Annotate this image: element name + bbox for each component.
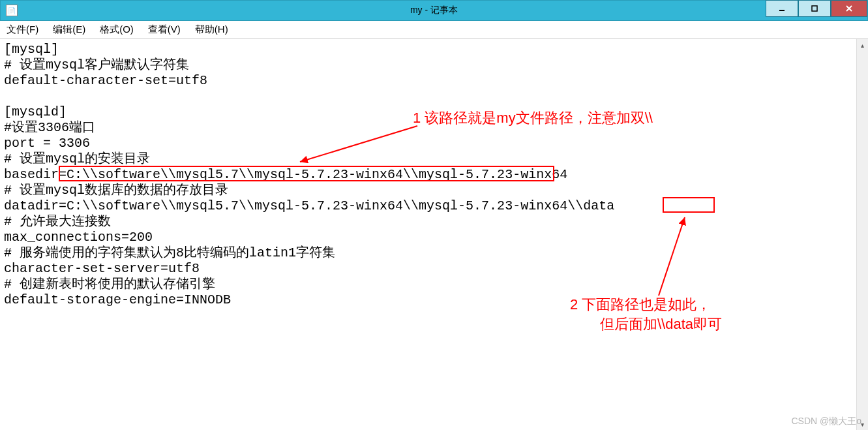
editor-wrapper: [mysql] # 设置mysql客户端默认字符集 default-charac… bbox=[0, 39, 868, 430]
text-line: # 设置mysql数据库的数据的存放目录 bbox=[4, 183, 228, 198]
menu-edit[interactable]: 编辑(E) bbox=[53, 23, 85, 36]
close-button[interactable] bbox=[831, 0, 867, 17]
text-line: port = 3306 bbox=[4, 136, 90, 151]
vertical-scrollbar[interactable]: ▴ ▾ bbox=[856, 39, 868, 430]
text-line: character-set-server=utf8 bbox=[4, 261, 200, 276]
editor-area[interactable]: [mysql] # 设置mysql客户端默认字符集 default-charac… bbox=[0, 39, 856, 430]
titlebar: 📄 my - 记事本 bbox=[0, 0, 868, 21]
text-line: max_connections=200 bbox=[4, 230, 153, 245]
minimize-button[interactable] bbox=[766, 0, 798, 17]
menubar: 文件(F) 编辑(E) 格式(O) 查看(V) 帮助(H) bbox=[0, 21, 868, 39]
text-line: datadir=C:\\software\\mysql5.7\\mysql-5.… bbox=[4, 198, 614, 213]
menu-view[interactable]: 查看(V) bbox=[148, 23, 181, 36]
text-line: basedir=C:\\software\\mysql5.7\\mysql-5.… bbox=[4, 167, 567, 182]
window-title: my - 记事本 bbox=[410, 5, 458, 16]
text-line: # 创建新表时将使用的默认存储引擎 bbox=[4, 277, 215, 292]
svg-rect-1 bbox=[812, 6, 817, 11]
text-line: # 设置mysql的安装目录 bbox=[4, 151, 150, 166]
menu-format[interactable]: 格式(O) bbox=[100, 23, 134, 36]
watermark: CSDN @懒大王o bbox=[791, 416, 861, 427]
text-line: default-storage-engine=INNODB bbox=[4, 292, 231, 307]
text-line: # 允许最大连接数 bbox=[4, 214, 111, 229]
window-controls bbox=[766, 1, 867, 20]
text-line: default-character-set=utf8 bbox=[4, 73, 207, 88]
menu-help[interactable]: 帮助(H) bbox=[195, 23, 228, 36]
menu-file[interactable]: 文件(F) bbox=[7, 23, 38, 36]
maximize-button[interactable] bbox=[798, 0, 831, 17]
scroll-up-icon[interactable]: ▴ bbox=[857, 39, 868, 51]
text-line: [mysqld] bbox=[4, 104, 67, 119]
text-line: [mysql] bbox=[4, 42, 59, 57]
notepad-icon: 📄 bbox=[6, 5, 18, 16]
text-line: #设置3306端口 bbox=[4, 120, 95, 135]
text-line: # 设置mysql客户端默认字符集 bbox=[4, 57, 189, 72]
text-line: # 服务端使用的字符集默认为8比特编码的latin1字符集 bbox=[4, 245, 335, 260]
